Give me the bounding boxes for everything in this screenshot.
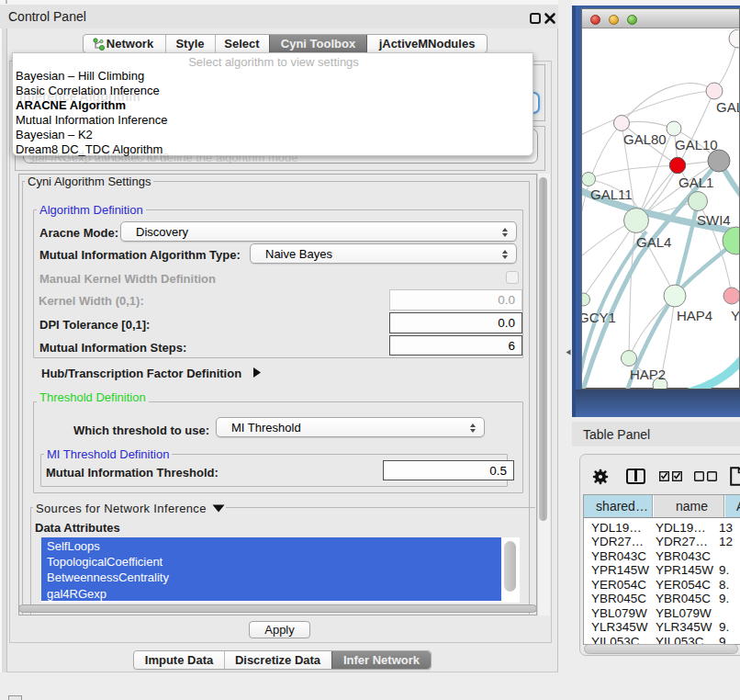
svg-text:SWI4: SWI4 (697, 212, 731, 228)
svg-text:GAL4: GAL4 (636, 234, 671, 250)
svg-text:GAL10: GAL10 (675, 137, 718, 152)
svg-text:HAP4: HAP4 (677, 308, 712, 323)
svg-text:Y: Y (731, 308, 739, 323)
svg-text:GAL: GAL (716, 99, 739, 115)
svg-text:HAP2: HAP2 (630, 367, 666, 382)
svg-text:GCY1: GCY1 (582, 310, 616, 325)
svg-text:GAL1: GAL1 (678, 175, 713, 190)
svg-text:GAL80: GAL80 (623, 131, 667, 147)
svg-text:GAL11: GAL11 (590, 186, 633, 202)
